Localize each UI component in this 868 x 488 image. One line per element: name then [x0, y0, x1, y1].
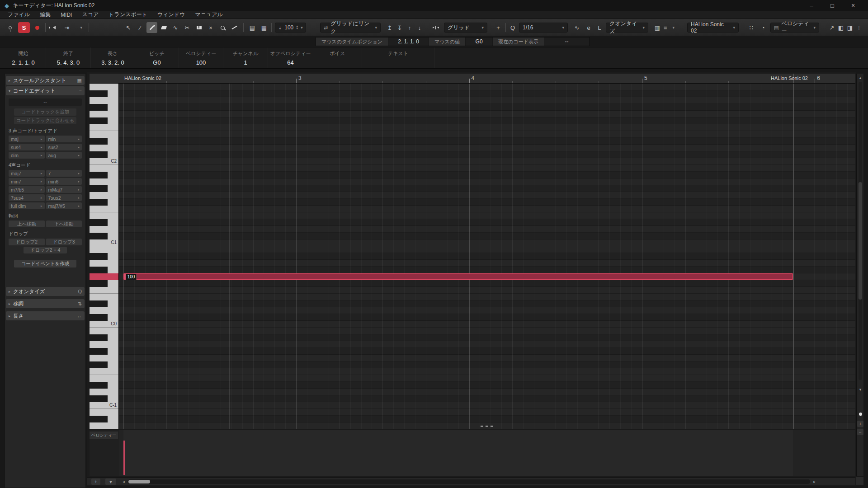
- menu-transport[interactable]: トランスポート: [104, 11, 152, 19]
- scroll-left-button[interactable]: ◂: [121, 479, 127, 485]
- info-field-value[interactable]: G0: [153, 59, 160, 66]
- piano-key-A-1[interactable]: [90, 341, 118, 348]
- transpose-up-button[interactable]: ↑: [405, 22, 414, 33]
- chord-button-four_note-0[interactable]: maj7▸: [9, 170, 45, 177]
- glue-tool-button[interactable]: [193, 22, 204, 33]
- zoom-in-button[interactable]: +: [857, 421, 863, 427]
- event-colors-dropdown[interactable]: ▤ ベロシティー ▾: [770, 23, 819, 33]
- maximize-button[interactable]: □: [822, 0, 843, 11]
- solo-editor-button[interactable]: S: [18, 22, 30, 33]
- iterative-quantize-button[interactable]: ∿: [572, 22, 581, 33]
- match-chord-track-button[interactable]: コードトラックに合わせる: [14, 117, 76, 124]
- info-field[interactable]: ボイス—: [313, 47, 362, 68]
- piano-key-A#-2[interactable]: [90, 416, 118, 422]
- piano-key-C#-1[interactable]: [90, 395, 118, 402]
- part-selector-dropdown[interactable]: HALion Sonic 02 ▾: [687, 23, 739, 33]
- menu-window[interactable]: ウィンドウ: [152, 11, 190, 19]
- piano-key-B2[interactable]: [90, 84, 118, 90]
- piano-key-A#-1[interactable]: [90, 334, 118, 341]
- info-field-value[interactable]: 100: [196, 59, 206, 66]
- detach-editor-button[interactable]: ↗: [827, 22, 836, 33]
- chord-button-four_note-4[interactable]: m7/b5▸: [9, 186, 45, 193]
- chord-button-four_note-7[interactable]: 7sus2▸: [46, 194, 82, 201]
- quantize-apply-button[interactable]: Q: [508, 22, 517, 33]
- piano-key-G#1[interactable]: [90, 185, 118, 192]
- piano-key-D0[interactable]: [90, 307, 118, 314]
- piano-key-F-1[interactable]: [90, 368, 118, 375]
- info-field-value[interactable]: 1: [244, 59, 247, 66]
- velocity-bar[interactable]: [123, 441, 125, 475]
- midi-note[interactable]: [123, 273, 793, 280]
- piano-key-D2[interactable]: [90, 145, 118, 151]
- minimize-button[interactable]: –: [801, 0, 822, 11]
- grid-link-dropdown[interactable]: ⇄ グリッドにリンク ▾: [320, 23, 381, 33]
- warp-tool-button[interactable]: ∿: [170, 22, 181, 33]
- section-header-scale-assistant[interactable]: ▸ スケールアシスタント ▦: [6, 76, 85, 85]
- chord-button-drops2-1[interactable]: ドロップ3: [46, 239, 82, 245]
- vertical-scrollbar[interactable]: ▴ ▾ + −: [856, 74, 863, 476]
- snap-toggle-button[interactable]: [430, 22, 441, 33]
- acoustic-feedback-button[interactable]: [49, 22, 60, 33]
- autoscroll-options-button[interactable]: ▾: [73, 22, 82, 33]
- section-header-quantize[interactable]: ▸ クオンタイズ Q: [6, 287, 85, 296]
- section-header-chord-edit[interactable]: ▾ コードエディット ≡: [6, 86, 85, 95]
- pin-editor-button[interactable]: [5, 22, 15, 33]
- piano-key-G1[interactable]: [90, 192, 118, 199]
- piano-key-C#0[interactable]: [90, 314, 118, 321]
- piano-key-B1[interactable]: [90, 165, 118, 172]
- piano-key-A#0[interactable]: [90, 253, 118, 260]
- line-tool-button[interactable]: [229, 22, 240, 33]
- insert-velocity-control[interactable]: ⇣ 100 ▲▼ ▾: [275, 23, 306, 33]
- length-quantize-button[interactable]: L: [595, 22, 604, 33]
- note-expression-button[interactable]: ▥: [652, 22, 663, 33]
- zoom-out-button[interactable]: −: [857, 429, 863, 435]
- piano-key-E0[interactable]: [90, 294, 118, 300]
- chord-button-inversions-1[interactable]: 下へ移動: [46, 221, 82, 227]
- velocity-lane[interactable]: [119, 430, 855, 476]
- select-tool-button[interactable]: ↖: [123, 22, 134, 33]
- transpose-down-button[interactable]: ↓: [415, 22, 424, 33]
- piano-key-A#1[interactable]: [90, 172, 118, 178]
- chord-button-triads-4[interactable]: dim▸: [9, 152, 45, 159]
- horizontal-scrollbar[interactable]: [127, 479, 810, 484]
- chord-button-triads-5[interactable]: aug▸: [46, 152, 82, 159]
- info-field-value[interactable]: —: [335, 59, 340, 66]
- info-field[interactable]: 終了5. 4. 3. 0: [46, 47, 91, 68]
- piano-key-E2[interactable]: [90, 131, 118, 138]
- chevron-down-icon[interactable]: ▾: [301, 25, 303, 30]
- grid-options-button[interactable]: +: [493, 22, 504, 33]
- split-tool-button[interactable]: ✂: [182, 22, 193, 33]
- chord-button-four_note-8[interactable]: full dim▸: [9, 202, 45, 209]
- piano-key-B-1[interactable]: [90, 328, 118, 334]
- chord-button-four_note-6[interactable]: 7sus4▸: [9, 194, 45, 201]
- autoscroll-button[interactable]: ⇥: [61, 22, 72, 33]
- playhead[interactable]: [230, 84, 230, 429]
- nudge-down-button[interactable]: ↧: [395, 22, 404, 33]
- auto-select-controllers-button[interactable]: ▤: [247, 22, 258, 33]
- scroll-down-button[interactable]: ▾: [857, 386, 864, 393]
- chord-button-drops2-0[interactable]: ドロップ2: [9, 239, 45, 245]
- piano-key-G#0[interactable]: [90, 267, 118, 273]
- piano-key-F#0[interactable]: [90, 280, 118, 287]
- chord-button-inversions-0[interactable]: 上へ移動: [9, 221, 45, 227]
- piano-key-D#0[interactable]: [90, 300, 118, 307]
- piano-key-F#1[interactable]: [90, 199, 118, 206]
- scroll-up-button[interactable]: ▴: [857, 75, 864, 81]
- record-button[interactable]: [32, 22, 42, 33]
- zoom-preset-menu-button[interactable]: ▾: [105, 479, 116, 485]
- piano-key-F#-1[interactable]: [90, 361, 118, 368]
- edit-active-part-button[interactable]: ▦: [259, 22, 269, 33]
- zoom-tool-button[interactable]: [217, 22, 228, 33]
- window-layout-button[interactable]: ◨: [845, 22, 854, 33]
- info-field[interactable]: チャンネル1: [223, 47, 268, 68]
- track-loop-button[interactable]: ◔: [758, 22, 769, 33]
- chord-button-triads-0[interactable]: maj▸: [9, 136, 45, 142]
- horizontal-scrollbar-thumb[interactable]: [128, 480, 150, 483]
- vertical-scrollbar-thumb[interactable]: [859, 182, 862, 300]
- view-options-button[interactable]: ≡▾: [664, 22, 675, 33]
- info-field[interactable]: 開始2. 1. 1. 0: [1, 47, 46, 68]
- piano-key-G-1[interactable]: [90, 355, 118, 361]
- chord-button-four_note-2[interactable]: min7▸: [9, 178, 45, 185]
- menu-manual[interactable]: マニュアル: [190, 11, 227, 19]
- piano-key-E1[interactable]: [90, 212, 118, 219]
